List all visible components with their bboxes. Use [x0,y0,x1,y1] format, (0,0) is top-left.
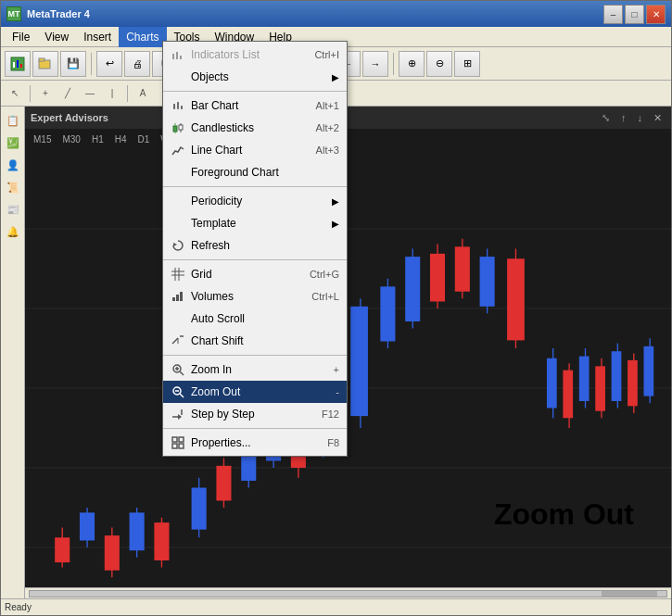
svg-rect-44 [480,257,495,307]
svg-rect-56 [612,351,622,401]
menu-chart-shift[interactable]: Chart Shift [163,330,347,352]
tf-h4[interactable]: H4 [110,132,132,146]
sep-t2-1 [30,85,31,102]
svg-rect-18 [130,512,145,550]
properties-label: Properties... [191,436,303,449]
menu-objects[interactable]: Objects ▶ [163,66,347,88]
close-button[interactable]: ✕ [646,5,666,24]
status-bar: Ready [1,598,671,615]
menu-properties[interactable]: Properties... F8 [163,432,347,454]
chart-down-ctrl[interactable]: ↓ [634,110,647,125]
menu-refresh[interactable]: Refresh [163,234,347,257]
menu-zoom-out[interactable]: Zoom Out - [163,381,347,403]
sidebar-market[interactable]: 💹 [3,132,23,153]
candlesticks-label: Candlesticks [191,121,292,134]
svg-line-94 [180,394,184,397]
maximize-button[interactable]: □ [625,5,644,24]
print-btn[interactable]: 🖨 [124,51,150,77]
open-btn[interactable] [32,51,58,77]
sep5 [393,53,394,75]
scrollbar-thumb[interactable] [602,591,657,597]
menu-indicators-list[interactable]: Indicators List Ctrl+I [163,44,347,66]
svg-rect-20 [154,522,169,560]
menu-bar-chart[interactable]: Bar Chart Alt+1 [163,94,347,117]
window-title: MetaTrader 4 [27,8,90,19]
svg-rect-34 [350,307,368,416]
line-chart-shortcut: Alt+3 [316,145,339,156]
text-btn[interactable]: A [133,83,153,104]
sidebar-news[interactable]: 📰 [3,199,23,220]
menu-line-chart[interactable]: Line Chart Alt+3 [163,139,347,161]
chart-right-btn[interactable]: → [362,51,388,77]
sep5 [163,428,347,429]
indicators-list-label: Indicators List [191,48,290,61]
menu-file[interactable]: File [5,27,37,47]
svg-rect-16 [105,535,120,571]
menu-insert[interactable]: Insert [76,27,119,47]
indicators-list-shortcut: Ctrl+I [314,49,339,60]
chart-header: Expert Advisors ⤡ ↑ ↓ ✕ [25,107,671,129]
chart-shift-label: Chart Shift [191,334,339,347]
volumes-icon [171,289,185,304]
sidebar-alerts[interactable]: 🔔 [3,221,23,242]
step-by-step-label: Step by Step [191,408,298,421]
svg-rect-38 [405,257,420,321]
menu-view[interactable]: View [37,27,76,47]
tf-m30[interactable]: M30 [57,132,84,146]
indicators-icon [171,47,185,62]
menu-periodicity[interactable]: Periodicity ▶ [163,190,347,212]
svg-rect-36 [380,286,395,341]
menu-zoom-in[interactable]: Zoom In + [163,358,347,381]
menu-foreground-chart[interactable]: Foreground Chart [163,161,347,183]
periodicity-label: Periodicity [191,195,326,207]
tf-d1[interactable]: D1 [133,132,155,146]
menu-grid[interactable]: Grid Ctrl+G [163,263,347,285]
menu-charts[interactable]: Charts [119,27,166,47]
sidebar-navigator[interactable]: 📋 [3,110,23,131]
save-btn[interactable]: 💾 [60,51,86,77]
zoom-out-btn[interactable]: ⊖ [426,51,452,77]
chart-scrollbar[interactable] [25,587,671,598]
volumes-shortcut: Ctrl+L [311,291,339,302]
chart-zoom-btn[interactable]: ⤡ [598,110,614,126]
objects-arrow: ▶ [332,72,339,82]
zoom-in-shortcut: + [334,364,339,375]
status-text: Ready [5,602,32,612]
svg-rect-52 [579,357,590,401]
sep2 [163,186,347,187]
menu-step-by-step[interactable]: Step by Step F12 [163,403,347,425]
zoom-in-icon [171,362,185,377]
crosshair-btn[interactable]: + [35,83,56,104]
svg-rect-48 [547,358,557,409]
template-label: Template [191,217,326,230]
minimize-button[interactable]: – [603,5,623,24]
vline-btn[interactable]: | [102,83,122,104]
menu-template[interactable]: Template ▶ [163,212,347,234]
chart-close-ctrl[interactable]: ✕ [650,110,666,126]
sidebar-accounts[interactable]: 👤 [3,155,23,175]
zoom-in-btn[interactable]: ⊕ [399,51,425,77]
properties-btn[interactable]: ⊞ [454,51,480,77]
periodicity-icon [171,194,185,208]
hline-btn[interactable]: — [80,83,100,104]
menu-volumes[interactable]: Volumes Ctrl+L [163,285,347,308]
sidebar-history[interactable]: 📜 [3,177,23,197]
new-chart-btn[interactable] [5,51,31,77]
candlesticks-icon [171,120,185,135]
line-btn[interactable]: ╱ [57,83,78,104]
refresh-label: Refresh [191,239,339,252]
menu-auto-scroll[interactable]: Auto Scroll [163,308,347,330]
zoom-out-overlay-text: Zoom Out [494,497,634,532]
scrollbar-track[interactable] [29,590,667,597]
undo-btn[interactable]: ↩ [96,51,122,77]
cursor-btn[interactable]: ↖ [5,83,25,104]
zoom-out-label: Zoom Out [191,385,311,398]
svg-rect-54 [595,366,605,410]
tf-m15[interactable]: M15 [29,132,56,146]
menu-candlesticks[interactable]: Candlesticks Alt+2 [163,117,347,139]
tf-h1[interactable]: H1 [87,132,108,146]
grid-shortcut: Ctrl+G [310,269,339,280]
properties-shortcut: F8 [327,437,339,448]
auto-scroll-icon [171,311,185,326]
chart-up-ctrl[interactable]: ↑ [617,110,630,125]
